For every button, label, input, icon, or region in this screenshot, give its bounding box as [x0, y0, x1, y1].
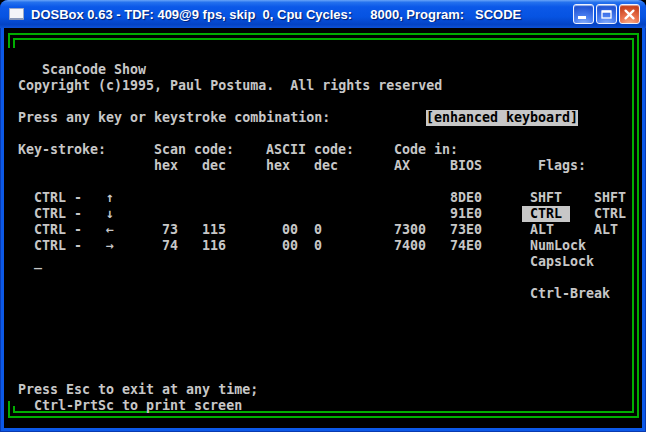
hint-row: Ctrl-PrtSc to print screen — [4, 398, 642, 414]
table-header-row: Key-stroke:Scan code:ASCII code:Code in: — [4, 142, 642, 158]
flag-ctrl-left-active: CTRL — [522, 206, 570, 222]
scan-dec: 115 — [202, 222, 226, 238]
key-name: CTRL — [34, 238, 66, 254]
arrow-up-icon: ↑ — [106, 190, 114, 206]
program-title-row: ScanCode Show — [4, 62, 642, 78]
flag-numlock: NumLock — [530, 238, 586, 254]
copyright-row: Copyright (c)1995, Paul Postuma. All rig… — [4, 78, 642, 94]
scan-hex: 74 — [162, 238, 178, 254]
key-name: CTRL — [34, 222, 66, 238]
prompt-text: Press any key or keystroke combination: — [18, 110, 330, 126]
ascii-hex: 00 — [282, 238, 298, 254]
ax-value: 7400 — [394, 238, 426, 254]
col-header-flags: Flags: — [538, 158, 586, 174]
keyboard-mode-badge: [enhanced keyboard] — [426, 110, 578, 126]
flag-ctrl-right: CTRL — [594, 206, 626, 222]
flag-alt-right: ALT — [594, 222, 618, 238]
flag-alt-left: ALT — [530, 222, 554, 238]
col-header-keystroke: Key-stroke: — [18, 142, 106, 158]
border-corner-stub — [8, 33, 10, 48]
ascii-dec: 0 — [314, 222, 322, 238]
keystroke-row: CTRL-↑8DE0SHFTSHFT — [4, 190, 642, 206]
program-name: ScanCode Show — [42, 62, 146, 78]
arrow-right-icon: → — [106, 238, 114, 254]
col-header-ascii: ASCII code: — [266, 142, 354, 158]
subheader-bios: BIOS — [450, 158, 482, 174]
window-controls — [573, 4, 640, 24]
col-header-scancode: Scan code: — [154, 142, 234, 158]
bios-value: 8DE0 — [450, 190, 482, 206]
scan-dec: 116 — [202, 238, 226, 254]
keystroke-row: CTRL-→74116000740074E0NumLock — [4, 238, 642, 254]
bios-value: 73E0 — [450, 222, 482, 238]
flag-ctrl-break: Ctrl-Break — [530, 286, 610, 302]
print-hint: Ctrl-PrtSc to print screen — [34, 398, 242, 414]
arrow-left-icon: ← — [106, 222, 114, 238]
flag-row: Ctrl-Break — [4, 286, 642, 302]
exit-hint: Press Esc to exit at any time; — [18, 382, 258, 398]
dash: - — [74, 238, 82, 254]
dosbox-app-icon — [9, 8, 24, 20]
ascii-dec: 0 — [314, 238, 322, 254]
bios-value: 91E0 — [450, 206, 482, 222]
dosbox-window: DOSBox 0.63 - TDF: 409@9 fps, skip 0, Cp… — [0, 0, 646, 432]
arrow-down-icon: ↓ — [106, 206, 114, 222]
prompt-row: Press any key or keystroke combination:[… — [4, 110, 642, 126]
titlebar[interactable]: DOSBox 0.63 - TDF: 409@9 fps, skip 0, Cp… — [0, 0, 646, 28]
text-cursor: _ — [34, 254, 42, 270]
table-subheader-row: hexdechexdecAXBIOSFlags: — [4, 158, 642, 174]
key-name: CTRL — [34, 190, 66, 206]
window-title: DOSBox 0.63 - TDF: 409@9 fps, skip 0, Cp… — [31, 7, 569, 22]
keystroke-row: CTRL-↓91E0 CTRL CTRL — [4, 206, 642, 222]
copyright-text: Copyright (c)1995, Paul Postuma. All rig… — [18, 78, 442, 94]
ascii-hex: 00 — [282, 222, 298, 238]
subheader-ax: AX — [394, 158, 410, 174]
flag-shft-left: SHFT — [530, 190, 562, 206]
flag-shft-right: SHFT — [594, 190, 626, 206]
key-name: CTRL — [34, 206, 66, 222]
scan-hex: 73 — [162, 222, 178, 238]
dash: - — [74, 222, 82, 238]
dash: - — [74, 206, 82, 222]
bios-value: 74E0 — [450, 238, 482, 254]
maximize-button[interactable] — [596, 4, 617, 24]
cursor-row: _CapsLock — [4, 254, 642, 270]
keystroke-row: CTRL-←73115000730073E0ALTALT — [4, 222, 642, 238]
maximize-icon — [601, 9, 612, 19]
ax-value: 7300 — [394, 222, 426, 238]
close-button[interactable] — [619, 4, 640, 24]
subheader-scan-hex: hex — [154, 158, 178, 174]
close-icon — [624, 9, 635, 20]
minimize-button[interactable] — [573, 4, 594, 24]
hint-row: Press Esc to exit at any time; — [4, 382, 642, 398]
subheader-ascii-hex: hex — [266, 158, 290, 174]
subheader-ascii-dec: dec — [314, 158, 338, 174]
col-header-codein: Code in: — [394, 142, 458, 158]
dos-screen[interactable]: ScanCode ShowCopyright (c)1995, Paul Pos… — [4, 28, 642, 428]
minimize-icon — [578, 16, 586, 19]
border-corner-stub — [13, 38, 15, 48]
subheader-scan-dec: dec — [202, 158, 226, 174]
dash: - — [74, 190, 82, 206]
flag-capslock: CapsLock — [530, 254, 594, 270]
